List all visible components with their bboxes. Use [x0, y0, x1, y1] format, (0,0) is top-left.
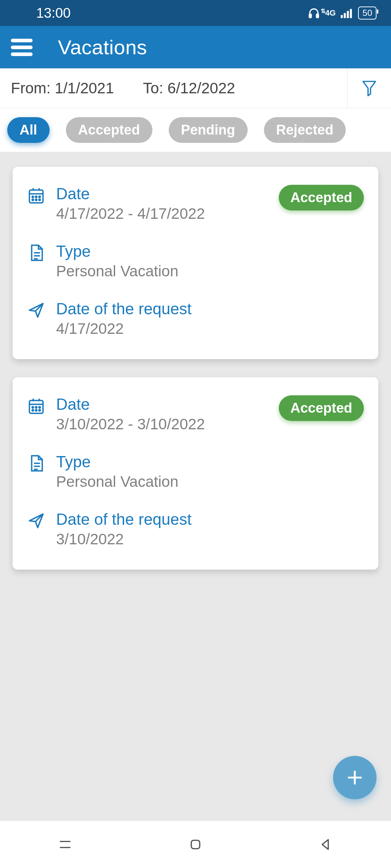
chip-rejected[interactable]: Rejected — [264, 117, 346, 143]
field-label: Type — [56, 242, 178, 260]
status-badge: Accepted — [279, 395, 364, 421]
chip-all[interactable]: All — [7, 117, 50, 143]
field-value: 4/17/2022 - 4/17/2022 — [56, 205, 205, 222]
vacation-card[interactable]: Accepted Date 3/10/2022 - 3/10/2022 — [13, 377, 378, 570]
svg-rect-3 — [344, 13, 346, 18]
field-value: Personal Vacation — [56, 263, 178, 280]
send-icon — [27, 301, 45, 319]
svg-rect-2 — [341, 15, 343, 18]
field-value: 3/10/2022 - 3/10/2022 — [56, 416, 205, 433]
field-label: Date of the request — [56, 510, 192, 528]
svg-point-29 — [39, 410, 41, 411]
document-icon — [27, 244, 45, 262]
back-icon[interactable] — [319, 837, 333, 852]
home-icon[interactable] — [188, 837, 203, 852]
field-value: 3/10/2022 — [56, 531, 192, 548]
battery-indicator: 50 — [358, 7, 377, 20]
field-label: Date of the request — [56, 300, 192, 318]
status-filter-chips: All Accepted Pending Rejected — [0, 108, 391, 152]
app-bar: Vacations — [0, 26, 391, 68]
svg-rect-38 — [191, 840, 199, 848]
field-type: Type Personal Vacation — [27, 242, 364, 280]
calendar-icon — [27, 397, 45, 415]
svg-point-15 — [39, 199, 41, 201]
from-date: From: 1/1/2021 — [11, 80, 114, 97]
field-type: Type Personal Vacation — [27, 453, 364, 490]
send-icon — [27, 512, 45, 530]
svg-point-14 — [35, 199, 37, 201]
date-filter-bar: From: 1/1/2021 To: 6/12/2022 — [0, 68, 391, 108]
chip-accepted[interactable]: Accepted — [66, 117, 152, 143]
status-time: 13:00 — [36, 5, 71, 21]
svg-rect-4 — [347, 11, 349, 18]
system-nav-bar — [0, 821, 391, 868]
funnel-icon — [362, 80, 377, 97]
document-icon — [27, 454, 45, 472]
svg-point-11 — [35, 196, 37, 197]
svg-point-27 — [32, 410, 34, 411]
svg-point-12 — [39, 196, 41, 197]
field-value: 4/17/2022 — [56, 320, 192, 337]
menu-icon[interactable] — [11, 39, 33, 56]
status-badge: Accepted — [279, 185, 364, 210]
signal-icon — [341, 8, 353, 18]
field-label: Type — [56, 453, 178, 471]
status-indicators: ⇅ 4G 50 — [308, 7, 377, 20]
svg-rect-5 — [350, 9, 352, 18]
svg-point-28 — [35, 410, 37, 411]
to-date: To: 6/12/2022 — [143, 80, 235, 97]
svg-point-13 — [32, 199, 34, 201]
svg-rect-0 — [309, 14, 311, 18]
svg-point-24 — [32, 407, 34, 408]
filter-button[interactable] — [348, 68, 391, 108]
calendar-icon — [27, 186, 45, 204]
add-button[interactable] — [333, 756, 377, 799]
vacation-card[interactable]: Accepted Date 4/17/2022 - 4/17/2022 — [13, 167, 378, 359]
headphones-icon — [308, 7, 320, 19]
svg-point-25 — [35, 407, 37, 408]
field-label: Date — [56, 395, 205, 413]
chip-pending[interactable]: Pending — [169, 117, 248, 143]
field-value: Personal Vacation — [56, 473, 178, 490]
vacation-list: Accepted Date 4/17/2022 - 4/17/2022 — [0, 152, 391, 627]
svg-rect-1 — [316, 14, 319, 18]
status-bar: 13:00 ⇅ 4G 50 — [0, 0, 391, 26]
page-title: Vacations — [58, 35, 147, 59]
svg-point-10 — [32, 196, 34, 197]
network-type: ⇅ 4G — [325, 8, 336, 18]
recent-apps-icon[interactable] — [58, 837, 72, 852]
field-request-date: Date of the request 3/10/2022 — [27, 510, 364, 548]
date-range[interactable]: From: 1/1/2021 To: 6/12/2022 — [0, 68, 348, 108]
field-label: Date — [56, 185, 205, 203]
plus-icon — [346, 769, 364, 787]
svg-point-26 — [39, 407, 41, 408]
field-request-date: Date of the request 4/17/2022 — [27, 300, 364, 337]
